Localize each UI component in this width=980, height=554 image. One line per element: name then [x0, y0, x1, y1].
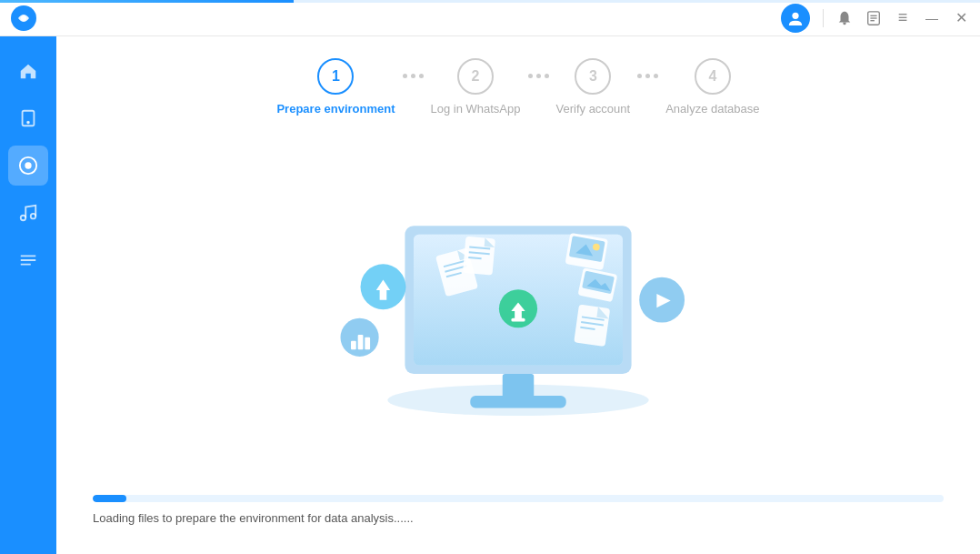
svg-line-30: [468, 257, 481, 257]
svg-rect-27: [463, 236, 495, 275]
title-bar-actions: ≡ — ✕: [781, 4, 969, 33]
sidebar-item-whatsapp[interactable]: [8, 146, 48, 186]
svg-point-1: [21, 15, 26, 21]
svg-rect-48: [358, 334, 364, 348]
step-1-circle: 1: [317, 58, 354, 95]
svg-rect-47: [351, 340, 356, 349]
svg-rect-21: [511, 317, 525, 321]
step-4-circle: 4: [695, 58, 731, 95]
notes-icon[interactable]: [865, 10, 882, 26]
connector-3-4: [635, 74, 660, 78]
sidebar-item-files[interactable]: [8, 240, 48, 280]
svg-rect-18: [470, 396, 565, 408]
step-2-circle: 2: [457, 58, 494, 95]
bell-icon[interactable]: [836, 10, 853, 26]
sidebar-item-music[interactable]: [8, 193, 48, 233]
svg-point-11: [21, 216, 26, 221]
svg-point-12: [31, 214, 36, 219]
step-login: 2 Log in WhatsApp: [431, 58, 521, 116]
illustration-svg: [300, 208, 736, 418]
progress-section: Loading files to prepare the environment…: [93, 480, 944, 532]
steps-bar: 1 Prepare environment 2 Log in WhatsApp: [93, 58, 944, 116]
progress-bar-track: [93, 495, 944, 502]
title-bar-progress-fill: [0, 0, 294, 3]
connector-1-2: [401, 74, 425, 78]
step-3-circle: 3: [575, 58, 611, 95]
svg-rect-49: [365, 337, 370, 348]
sidebar-item-home[interactable]: [8, 51, 48, 91]
title-bar: ≡ — ✕: [0, 0, 980, 36]
step-prepare: 1 Prepare environment: [276, 58, 395, 116]
step-2-label: Log in WhatsApp: [431, 102, 521, 116]
main-layout: 1 Prepare environment 2 Log in WhatsApp: [0, 36, 980, 554]
content-area: 1 Prepare environment 2 Log in WhatsApp: [56, 36, 980, 554]
svg-point-2: [792, 12, 798, 18]
close-icon[interactable]: ✕: [953, 10, 969, 26]
sidebar: [0, 36, 56, 554]
step-3-label: Verify account: [556, 102, 631, 116]
svg-rect-39: [574, 304, 610, 347]
svg-point-8: [27, 122, 29, 124]
minimize-icon[interactable]: —: [924, 10, 940, 26]
sidebar-item-device[interactable]: [8, 98, 48, 138]
step-analyze: 4 Analyze database: [665, 58, 759, 116]
illustration-container: [93, 145, 944, 480]
progress-bar-fill: [93, 495, 126, 502]
svg-rect-17: [503, 374, 535, 398]
divider: [823, 9, 824, 27]
step-verify: 3 Verify account: [556, 58, 631, 116]
user-avatar-icon[interactable]: [781, 4, 810, 33]
step-4-label: Analyze database: [665, 102, 759, 116]
progress-label: Loading files to prepare the environment…: [93, 511, 944, 525]
title-bar-progress: [0, 0, 980, 3]
menu-icon[interactable]: ≡: [895, 10, 911, 26]
app-logo: [11, 5, 36, 31]
step-1-label: Prepare environment: [276, 102, 395, 116]
connector-2-3: [526, 74, 551, 78]
svg-point-10: [25, 162, 31, 168]
